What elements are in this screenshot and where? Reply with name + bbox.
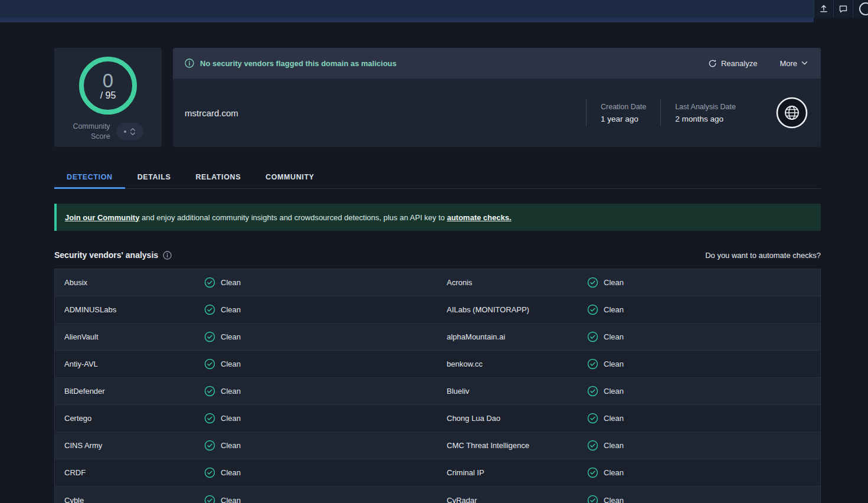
topbar: [0, 0, 868, 22]
reanalyze-button[interactable]: Reanalyze: [708, 59, 757, 68]
status-label: Clean: [604, 278, 624, 287]
vote-chevrons-icon: [130, 128, 136, 136]
clean-check-icon: [204, 495, 215, 503]
vendor-name: Criminal IP: [447, 468, 587, 477]
status-label: Clean: [604, 468, 624, 477]
detection-score-ring: 0 / 95: [79, 57, 137, 115]
status-label: Clean: [604, 414, 624, 423]
chevron-down-icon: [801, 61, 808, 66]
clean-check-icon: [587, 358, 598, 370]
more-menu-button[interactable]: More: [779, 59, 808, 68]
upload-icon: [819, 4, 828, 14]
status-label: Clean: [221, 332, 241, 341]
domain-globe-icon: [776, 97, 808, 129]
vendor-status: Clean: [204, 467, 447, 478]
vendor-name: Cyble: [64, 496, 204, 503]
clean-check-icon: [204, 331, 215, 342]
vendor-name: CyRadar: [447, 496, 587, 503]
creation-date-value: 1 year ago: [601, 115, 646, 123]
user-avatar-button[interactable]: [853, 0, 868, 18]
vendor-table: Abusix Clean Acronis Clean ADMINUSLabs C…: [54, 269, 821, 503]
tab-relations[interactable]: RELATIONS: [183, 167, 253, 189]
refresh-icon: [708, 59, 717, 68]
vendor-status: Clean: [204, 331, 447, 342]
vendor-name: Acronis: [447, 278, 587, 287]
creation-date-label: Creation Date: [601, 103, 646, 111]
vendor-name: BitDefender: [64, 387, 204, 396]
automate-checks-link[interactable]: automate checks.: [447, 213, 511, 222]
table-row: AlienVault Clean alphaMountain.ai Clean: [55, 324, 820, 351]
tab-community[interactable]: COMMUNITY: [253, 167, 326, 189]
table-row: Abusix Clean Acronis Clean: [55, 269, 820, 296]
clean-check-icon: [204, 440, 215, 451]
vote-dot-icon: [124, 130, 126, 133]
vendor-status: Clean: [204, 440, 447, 451]
table-row: Antiy-AVL Clean benkow.cc Clean: [55, 351, 820, 378]
clean-check-icon: [587, 495, 598, 503]
status-label: Clean: [604, 496, 624, 503]
community-score-card: 0 / 95 Community Score: [54, 48, 162, 147]
domain-name: mstrcard.com: [185, 108, 586, 118]
vendor-status: Clean: [587, 495, 820, 503]
table-row: Cyble Clean CyRadar Clean: [55, 486, 820, 503]
verdict-bar: No security vendors flagged this domain …: [173, 48, 821, 79]
vendor-status: Clean: [587, 386, 820, 397]
topbar-background: [0, 0, 814, 18]
avatar: [859, 2, 868, 15]
table-row: Certego Clean Chong Lua Dao Clean: [55, 405, 820, 432]
vendor-name: CRDF: [64, 468, 204, 477]
vendor-name: alphaMountain.ai: [447, 332, 587, 341]
vendor-name: Blueliv: [447, 387, 587, 396]
vendor-status: Clean: [587, 467, 820, 478]
clean-check-icon: [587, 467, 598, 478]
tab-details[interactable]: DETAILS: [125, 167, 184, 189]
status-label: Clean: [221, 387, 241, 396]
clean-check-icon: [204, 304, 215, 315]
community-score-meta: Community Score: [73, 122, 143, 142]
vendor-status: Clean: [587, 440, 820, 451]
info-icon[interactable]: [163, 251, 172, 260]
automate-checks-question[interactable]: Do you want to automate checks?: [705, 251, 821, 260]
status-label: Clean: [604, 305, 624, 314]
clean-check-icon: [587, 277, 598, 288]
status-label: Clean: [604, 360, 624, 368]
clean-check-icon: [204, 386, 215, 397]
vote-widget[interactable]: [116, 123, 143, 140]
vendor-name: Abusix: [64, 278, 204, 287]
vendor-name: AlienVault: [64, 332, 204, 341]
clean-check-icon: [587, 304, 598, 315]
vendor-name: CINS Army: [64, 441, 204, 450]
verdict-message: No security vendors flagged this domain …: [200, 59, 397, 68]
vendor-status: Clean: [587, 413, 820, 424]
upload-button[interactable]: [814, 0, 833, 18]
report-tabs: DETECTION DETAILS RELATIONS COMMUNITY: [54, 167, 821, 189]
vendor-status: Clean: [587, 358, 820, 370]
status-label: Clean: [604, 332, 624, 341]
status-label: Clean: [604, 441, 624, 450]
vendor-name: Chong Lua Dao: [447, 414, 587, 423]
tab-detection[interactable]: DETECTION: [54, 167, 125, 189]
comment-button[interactable]: [833, 0, 853, 18]
vendor-status: Clean: [587, 331, 820, 342]
clean-check-icon: [587, 413, 598, 424]
domain-summary-panel: No security vendors flagged this domain …: [173, 48, 821, 147]
vendor-name: Certego: [64, 414, 204, 423]
table-row: CRDF Clean Criminal IP Clean: [55, 459, 820, 486]
detections-count: 0: [103, 71, 113, 90]
detections-total: / 95: [100, 90, 116, 101]
join-community-link[interactable]: Join our Community: [65, 213, 139, 222]
page-content: 0 / 95 Community Score: [54, 22, 821, 503]
last-analysis-block: Last Analysis Date 2 months ago: [660, 99, 750, 126]
vendor-name: benkow.cc: [447, 360, 587, 368]
vendor-status: Clean: [204, 386, 447, 397]
clean-check-icon: [204, 413, 215, 424]
report-header: 0 / 95 Community Score: [54, 48, 821, 147]
table-row: BitDefender Clean Blueliv Clean: [55, 378, 820, 405]
creation-date-block: Creation Date 1 year ago: [586, 99, 660, 126]
status-label: Clean: [221, 441, 241, 450]
analysis-header: Security vendors' analysis Do you want t…: [54, 244, 821, 266]
table-row: CINS Army Clean CMC Threat Intelligence …: [55, 432, 820, 459]
topbar-accent-strip: [0, 18, 814, 22]
comment-icon: [838, 4, 848, 14]
vendor-name: Antiy-AVL: [64, 360, 204, 368]
